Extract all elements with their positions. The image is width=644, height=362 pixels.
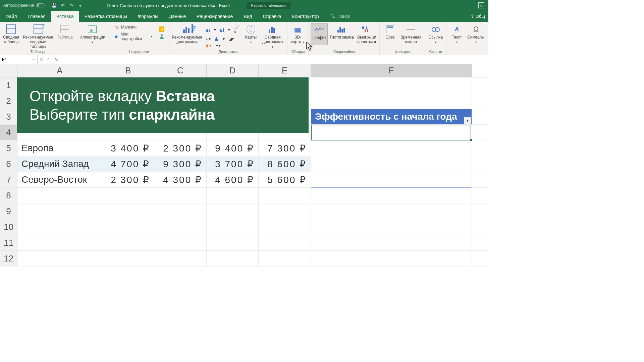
row-header[interactable]: 8: [0, 188, 17, 203]
group-label-tours: Обзоры: [289, 50, 306, 54]
tell-me-search[interactable]: Поиск: [331, 11, 350, 22]
store-button[interactable]: 🛍 Магазин: [112, 24, 155, 31]
row-header[interactable]: 3: [0, 109, 17, 125]
slicer-button[interactable]: Срез: [382, 23, 398, 45]
table-button[interactable]: Таблица: [56, 23, 74, 50]
tab-formulas[interactable]: Формулы: [132, 11, 164, 22]
tab-data[interactable]: Данные: [164, 11, 192, 22]
col-header-d[interactable]: D: [207, 64, 259, 77]
ribbon-display-icon[interactable]: ▭: [478, 2, 484, 8]
omega-icon: Ω: [473, 25, 479, 34]
cell[interactable]: Европа: [17, 140, 102, 156]
col-header-f[interactable]: F: [311, 64, 472, 77]
cell[interactable]: 4 600 ₽: [207, 172, 259, 187]
filter-dropdown-f[interactable]: ▼: [464, 117, 471, 124]
cell[interactable]: Северо-Восток: [17, 172, 102, 187]
illustrations-icon: [88, 25, 97, 33]
col-header-a[interactable]: A: [17, 64, 102, 77]
sparkline-winloss-button[interactable]: Выигрыш/ проигрыш: [356, 23, 377, 45]
link-icon: [432, 26, 440, 32]
tab-view[interactable]: Вид: [238, 11, 257, 22]
tab-design[interactable]: Конструктор: [287, 11, 324, 22]
chart-hist-button[interactable]: ▾: [213, 36, 226, 42]
link-button[interactable]: Ссылка▼: [427, 23, 444, 45]
row-header[interactable]: 9: [0, 203, 17, 219]
sparkline-column-button[interactable]: Гистограмма: [328, 23, 355, 45]
row-header[interactable]: 1: [0, 77, 17, 93]
sparkline-line-button[interactable]: График: [311, 23, 328, 45]
chart-area-button[interactable]: ◢▾: [227, 36, 235, 42]
row-header[interactable]: 12: [0, 251, 17, 266]
tab-file[interactable]: Файл: [0, 11, 22, 22]
chart-bar-button[interactable]: ▾: [205, 24, 217, 35]
row-header[interactable]: 7: [0, 172, 17, 188]
cell[interactable]: 9 300 ₽: [154, 156, 207, 172]
pivot-table-button[interactable]: Сводная таблица: [2, 23, 20, 50]
cell[interactable]: 7 300 ₽: [259, 140, 311, 156]
cell[interactable]: 4 300 ₽: [154, 172, 207, 187]
row-header[interactable]: 6: [0, 156, 17, 172]
cell[interactable]: 4 700 ₽: [102, 156, 154, 172]
pivot-chart-icon: [268, 25, 277, 34]
chart-line-button[interactable]: 📈▾: [233, 24, 240, 35]
chart-column-button[interactable]: ▾: [219, 24, 231, 35]
enter-icon[interactable]: ✓: [46, 57, 50, 62]
cell[interactable]: 3 400 ₽: [102, 140, 154, 156]
slicer-icon: [386, 25, 394, 33]
bing-maps-button[interactable]: b: [158, 26, 166, 33]
cell-f4[interactable]: [311, 125, 472, 140]
row-header[interactable]: 2: [0, 93, 17, 109]
formula-input[interactable]: [61, 55, 488, 64]
timeline-button[interactable]: Временная шкала: [399, 23, 423, 45]
share-button[interactable]: ⇪ Общ: [467, 11, 488, 22]
fx-label: fx: [52, 55, 61, 64]
cell[interactable]: 2 300 ₽: [102, 172, 154, 187]
group-label-tables: Таблицы: [2, 50, 74, 54]
row-header[interactable]: 11: [0, 235, 17, 251]
my-addins-button[interactable]: ◆ Мои надстройки ▼: [112, 31, 155, 42]
cell[interactable]: 9 400 ₽: [207, 140, 259, 156]
chart-stock-button[interactable]: ✦▾: [214, 43, 222, 49]
cell[interactable]: 8 600 ₽: [259, 156, 311, 172]
tab-page-layout[interactable]: Разметка страницы: [79, 11, 132, 22]
row-header[interactable]: 4: [0, 125, 17, 140]
people-icon: [159, 34, 164, 39]
globe-icon: [247, 25, 255, 34]
row-header[interactable]: 10: [0, 219, 17, 235]
chart-scatter-button[interactable]: ∴▾: [205, 36, 212, 42]
recommended-pivot-button[interactable]: ? Рекомендуемые сводные таблицы: [21, 23, 55, 50]
select-all-corner[interactable]: [0, 64, 17, 77]
col-header-b[interactable]: B: [102, 64, 154, 77]
save-icon[interactable]: 💾: [50, 1, 58, 9]
cell[interactable]: 5 600 ₽: [259, 172, 311, 187]
undo-icon[interactable]: ↶: [59, 1, 67, 9]
tab-review[interactable]: Рецензирование: [191, 11, 238, 22]
name-box[interactable]: F4 ▼: [0, 55, 38, 64]
name-box-value: F4: [2, 57, 7, 62]
cell[interactable]: 3 700 ₽: [207, 156, 259, 172]
3d-map-button[interactable]: 3D- карта ▼: [289, 23, 306, 45]
people-graph-button[interactable]: [158, 33, 166, 40]
tab-help[interactable]: Справка: [258, 11, 287, 22]
tab-home[interactable]: Главная: [22, 11, 51, 22]
recommended-charts-button[interactable]: ? Рекомендуемые диаграммы: [171, 23, 203, 50]
pivot-chart-button[interactable]: Сводная диаграмма ▼: [260, 23, 285, 50]
ribbon: Сводная таблица ? Рекомендуемые сводные …: [0, 22, 488, 55]
autosave-toggle[interactable]: Автосохранение: [0, 3, 48, 8]
tab-insert[interactable]: Вставка: [51, 11, 79, 22]
text-button[interactable]: A Текст▼: [448, 23, 465, 45]
illustrations-button[interactable]: Иллюстрации▼: [78, 23, 107, 45]
addins-icon: ◆: [114, 34, 119, 39]
cancel-icon[interactable]: ✕: [40, 57, 43, 62]
qat-customize-icon[interactable]: ▾: [76, 1, 84, 9]
cell[interactable]: 2 300 ₽: [154, 140, 207, 156]
cell[interactable]: Средний Запад: [17, 156, 102, 172]
chart-pie-button[interactable]: ◐▾: [205, 43, 213, 49]
symbols-button[interactable]: Ω Символы▼: [466, 23, 486, 45]
cell-f3[interactable]: Эффективность с начала года: [311, 109, 472, 124]
row-header[interactable]: 5: [0, 140, 17, 156]
maps-button[interactable]: Карты▼: [243, 23, 259, 50]
col-header-e[interactable]: E: [259, 64, 311, 77]
col-header-c[interactable]: C: [154, 64, 207, 77]
redo-icon[interactable]: ↷: [67, 1, 75, 9]
